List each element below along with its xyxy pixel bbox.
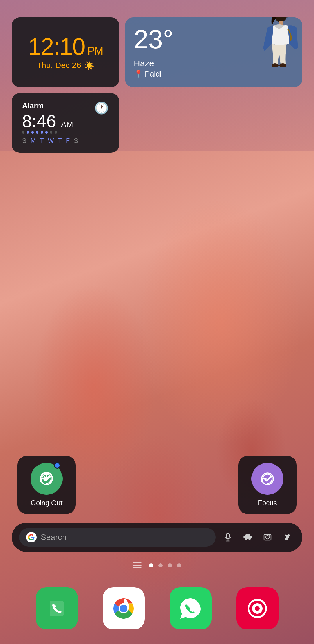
dock <box>12 579 302 644</box>
location-pin-icon: 📍 <box>134 70 143 79</box>
focus-shortcut[interactable]: Focus <box>238 456 297 514</box>
widgets-row2: Alarm 🕐 8:46 AM S M T W T <box>12 93 302 153</box>
day-sa: S <box>74 137 78 145</box>
alarm-ampm: AM <box>61 120 73 129</box>
dot-t <box>31 131 34 134</box>
svg-point-17 <box>266 536 269 539</box>
weather-figure <box>253 17 299 87</box>
page-dots <box>133 562 181 569</box>
dot-f <box>45 131 48 134</box>
shortcuts-row: Going Out Focus <box>12 456 302 514</box>
alarm-dots <box>22 131 109 134</box>
svg-rect-18 <box>265 534 267 535</box>
day-f: F <box>66 137 70 145</box>
clock-time: 12:10 PM <box>28 35 103 58</box>
notification-dot <box>54 462 60 469</box>
phone-app-icon[interactable] <box>36 587 78 629</box>
widgets-row1: 12:10 PM Thu, Dec 26 ☀️ 23° Haze 📍 Paldi <box>12 17 302 87</box>
svg-point-20 <box>289 534 290 535</box>
search-bar-container[interactable]: Search <box>12 523 302 552</box>
screen-content: 12:10 PM Thu, Dec 26 ☀️ 23° Haze 📍 Paldi <box>0 0 314 644</box>
day-s: S <box>22 137 26 145</box>
day-th: T <box>58 137 62 145</box>
page-dot-2[interactable] <box>158 563 163 567</box>
google-logo-icon <box>26 532 37 542</box>
clock-date: Thu, Dec 26 ☀️ <box>37 61 94 70</box>
going-out-shortcut[interactable]: Going Out <box>17 456 76 514</box>
screen-recorder-app-icon[interactable] <box>236 587 279 629</box>
dot-w <box>36 131 38 134</box>
hamburger-icon <box>133 562 142 569</box>
svg-point-27 <box>255 606 260 611</box>
search-input[interactable]: Search <box>19 528 216 547</box>
alarm-days: S M T W T F S <box>22 137 109 145</box>
dot-sa <box>50 131 52 134</box>
dot-th <box>41 131 43 134</box>
svg-point-3 <box>279 63 286 67</box>
day-m: M <box>31 137 36 145</box>
sun-icon: ☀️ <box>84 61 94 70</box>
alarm-clock-icon: 🕐 <box>94 101 109 115</box>
clock-widget[interactable]: 12:10 PM Thu, Dec 26 ☀️ <box>12 17 119 87</box>
whatsapp-app-icon[interactable] <box>170 587 212 629</box>
svg-point-13 <box>245 538 247 540</box>
focus-icon <box>251 463 283 495</box>
day-w: W <box>48 137 54 145</box>
svg-rect-12 <box>245 534 250 537</box>
alarm-widget[interactable]: Alarm 🕐 8:46 AM S M T W T <box>12 93 119 153</box>
weather-widget[interactable]: 23° Haze 📍 Paldi <box>125 17 302 87</box>
dot-m <box>27 131 29 134</box>
svg-point-19 <box>269 535 270 536</box>
going-out-label: Going Out <box>31 499 62 507</box>
clock-ampm: PM <box>85 45 103 57</box>
day-t: T <box>40 137 44 145</box>
lens-button[interactable] <box>260 530 275 545</box>
svg-point-24 <box>121 606 126 611</box>
chrome-app-icon[interactable] <box>103 587 145 629</box>
focus-label: Focus <box>258 499 277 507</box>
svg-rect-8 <box>226 533 229 538</box>
search-placeholder-text: Search <box>41 533 67 542</box>
alarm-time: 8:46 AM <box>22 113 109 130</box>
page-dot-3[interactable] <box>168 563 172 567</box>
dot-s <box>22 131 24 134</box>
dino-button[interactable] <box>280 530 295 545</box>
dot-su <box>55 131 57 134</box>
page-dot-1[interactable] <box>149 563 153 567</box>
svg-point-14 <box>248 538 251 540</box>
page-dot-4[interactable] <box>177 563 181 567</box>
microphone-button[interactable] <box>220 530 236 545</box>
spy-search-button[interactable] <box>240 530 255 545</box>
svg-point-2 <box>272 63 279 67</box>
